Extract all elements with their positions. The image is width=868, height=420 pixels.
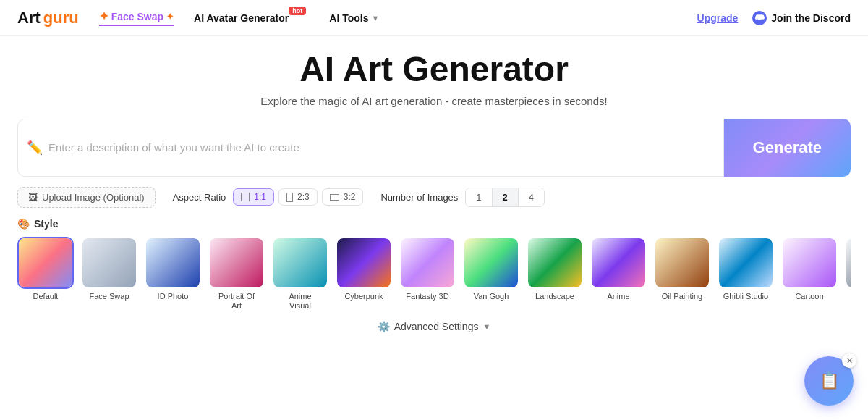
style-item-faceswap[interactable]: Face Swap	[81, 237, 137, 311]
count-1[interactable]: 1	[466, 188, 492, 206]
style-item-idphoto[interactable]: ID Photo	[145, 237, 201, 311]
style-thumb-inner-default	[19, 238, 72, 287]
face-swap-plus-icon: ✦	[166, 12, 174, 22]
style-item-fantasy[interactable]: Fantasty 3D	[399, 237, 456, 311]
floating-action-button[interactable]: ✕ 📋	[804, 356, 854, 406]
style-label-portrait: Portrait OfArt	[218, 292, 255, 311]
advanced-settings-row[interactable]: ⚙️ Advanced Settings ▼	[17, 321, 851, 332]
count-2[interactable]: 2	[493, 188, 519, 206]
style-label-cartoon: Cartoon	[795, 292, 823, 301]
style-thumb-landscape	[527, 237, 583, 289]
style-thumb-ghibli	[718, 237, 774, 289]
style-thumb-inner-oilpainting	[655, 238, 709, 287]
count-options: 1 2 4	[465, 188, 545, 207]
style-label-faceswap: Face Swap	[89, 292, 129, 301]
discord-label: Join the Discord	[771, 12, 851, 24]
style-thumb-sketch	[845, 237, 851, 289]
upload-button[interactable]: 🖼 Upload Image (Optional)	[17, 187, 156, 208]
style-thumb-inner-landscape	[528, 238, 582, 287]
style-label-idphoto: ID Photo	[158, 292, 189, 301]
floating-close-button[interactable]: ✕	[842, 353, 856, 368]
nav-tools[interactable]: AI Tools ▼	[329, 12, 379, 24]
style-section: 🎨 Style Default Face Swap	[17, 218, 851, 314]
nav-right: Upgrade Join the Discord	[697, 11, 851, 25]
style-thumb-anime-visual	[272, 237, 328, 289]
chevron-down-icon: ▼	[371, 14, 379, 22]
face-swap-star-icon: ✦	[99, 9, 109, 23]
aspect-ratio-label: Aspect Ratio	[173, 192, 226, 203]
style-thumb-idphoto	[145, 237, 201, 289]
style-thumb-cyberpunk	[336, 237, 392, 289]
style-brush-icon: 🎨	[17, 218, 30, 230]
style-item-anime-visual[interactable]: AnimeVisual	[272, 237, 328, 311]
style-item-cyberpunk[interactable]: Cyberpunk	[336, 237, 392, 311]
style-item-portrait[interactable]: Portrait OfArt	[208, 237, 265, 311]
prompt-row: ✏️ Enter a description of what you want …	[17, 119, 851, 177]
style-item-oilpainting[interactable]: Oil Painting	[654, 237, 710, 311]
style-label-oilpainting: Oil Painting	[662, 292, 702, 301]
style-item-vangogh[interactable]: Van Gogh	[463, 237, 519, 311]
generate-button[interactable]: Generate	[724, 119, 851, 177]
pencil-icon: ✏️	[27, 140, 43, 156]
style-thumb-faceswap	[81, 237, 137, 289]
prompt-input[interactable]: ✏️ Enter a description of what you want …	[17, 119, 724, 177]
ratio-32-label: 3:2	[344, 192, 356, 202]
style-thumb-inner-cartoon	[783, 238, 836, 287]
style-thumb-inner-fantasy	[401, 238, 454, 287]
upgrade-button[interactable]: Upgrade	[697, 12, 739, 24]
upload-label: Upload Image (Optional)	[42, 192, 145, 203]
style-label-fantasy: Fantasty 3D	[406, 292, 448, 301]
style-thumb-oilpainting	[654, 237, 710, 289]
ratio-1-1[interactable]: 1:1	[233, 188, 274, 206]
style-label-cyberpunk: Cyberpunk	[344, 292, 383, 301]
style-thumb-inner-cyberpunk	[337, 238, 391, 287]
logo-art-text: Art	[17, 9, 41, 28]
discord-icon	[752, 11, 767, 25]
hero-subtitle: Explore the magic of AI art generation -…	[17, 95, 851, 107]
style-item-cartoon[interactable]: Cartoon	[781, 237, 838, 311]
floating-clipboard-icon: 📋	[820, 371, 839, 390]
nav-avatar[interactable]: AI Avatar Generator hot	[194, 12, 289, 24]
style-item-ghibli[interactable]: Ghibli Studio	[718, 237, 774, 311]
style-thumb-inner-faceswap	[82, 238, 136, 287]
controls-row: 🖼 Upload Image (Optional) Aspect Ratio 1…	[17, 187, 851, 208]
style-thumb-inner-sketch	[846, 238, 851, 287]
style-thumb-fantasy	[399, 237, 456, 289]
style-thumb-inner-ghibli	[719, 238, 773, 287]
face-swap-label: Face Swap	[111, 11, 163, 22]
discord-button[interactable]: Join the Discord	[752, 11, 851, 25]
style-label-landscape: Landscape	[535, 292, 574, 301]
ratio-3-2[interactable]: 3:2	[322, 188, 364, 206]
style-header: 🎨 Style	[17, 218, 851, 230]
style-label: Style	[34, 218, 58, 230]
style-label-anime-visual: AnimeVisual	[289, 292, 311, 311]
chevron-down-advanced-icon: ▼	[482, 322, 490, 331]
settings-gear-icon: ⚙️	[378, 321, 390, 332]
style-item-sketch[interactable]: Sketch	[845, 237, 851, 311]
style-thumb-cartoon	[781, 237, 838, 289]
ratio-11-label: 1:1	[254, 192, 266, 202]
style-label-ghibli: Ghibli Studio	[723, 292, 768, 301]
style-item-default[interactable]: Default	[17, 237, 74, 311]
style-item-anime[interactable]: Anime	[590, 237, 647, 311]
style-thumb-portrait	[208, 237, 265, 289]
count-4[interactable]: 4	[519, 188, 544, 206]
ratio-options: 1:1 2:3 3:2	[233, 188, 363, 206]
ratio-2-3[interactable]: 2:3	[278, 188, 318, 206]
logo[interactable]: Artguru	[17, 9, 79, 28]
aspect-ratio-group: Aspect Ratio 1:1 2:3 3:2	[173, 188, 364, 206]
style-item-landscape[interactable]: Landscape	[527, 237, 583, 311]
style-thumb-inner-idphoto	[146, 238, 200, 287]
style-label-vangogh: Van Gogh	[474, 292, 509, 301]
style-grid: Default Face Swap ID Photo	[17, 237, 851, 314]
nav-face-swap[interactable]: ✦ Face Swap ✦	[99, 9, 174, 26]
style-thumb-inner-vangogh	[464, 238, 518, 287]
num-images-label: Number of Images	[380, 192, 458, 203]
style-thumb-inner-portrait	[210, 238, 263, 287]
ratio-32-icon	[330, 194, 339, 201]
upload-icon: 🖼	[28, 192, 38, 203]
style-thumb-default	[17, 237, 74, 289]
style-thumb-inner-anime	[592, 238, 645, 287]
ratio-23-icon	[286, 193, 293, 202]
logo-guru-text: guru	[43, 9, 79, 28]
